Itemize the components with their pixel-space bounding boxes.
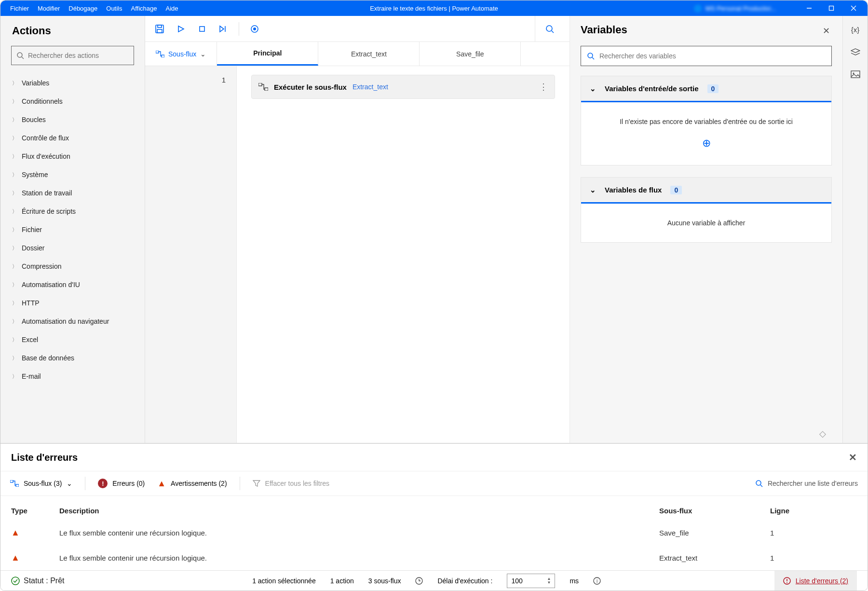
io-variables-header[interactable]: ⌄ Variables d'entrée/de sortie 0 [581,76,831,102]
subflows-dropdown[interactable]: Sous-flux ⌄ [145,42,217,66]
action-category[interactable]: 〉Conditionnels [9,92,140,110]
account-menu[interactable]: 🌐 MS Personal Productivi... [694,5,776,12]
images-rail-button[interactable] [851,70,860,78]
col-subflow[interactable]: Sous-flux [659,507,770,515]
action-category[interactable]: 〉Écriture de scripts [9,202,140,220]
error-circle-icon [783,577,791,585]
error-row[interactable]: ▲Le flux semble contenir une récursion l… [11,520,857,545]
svg-line-22 [592,57,594,59]
chevron-right-icon: 〉 [12,226,17,234]
errors-close-button[interactable]: ✕ [849,452,857,463]
col-line[interactable]: Ligne [770,507,857,515]
tab-principal[interactable]: Principal [217,42,318,66]
filter-errors[interactable]: ! Erreurs (0) [98,479,145,488]
variables-heading: Variables [581,24,832,36]
delay-down[interactable]: ▼ [547,581,551,585]
filter-icon [253,480,260,487]
status-errors-link[interactable]: Liste d'erreurs (2) [774,571,857,591]
svg-point-14 [253,27,256,30]
svg-point-27 [756,481,761,485]
chevron-right-icon: 〉 [12,300,17,307]
col-description[interactable]: Description [59,507,659,515]
action-category[interactable]: 〉Compression [9,257,140,275]
action-category[interactable]: 〉Dossier [9,239,140,257]
clear-filters[interactable]: Effacer tous les filtres [253,480,330,487]
filter-warnings[interactable]: ▲ Avertissements (2) [157,479,227,489]
search-icon [587,52,595,60]
flow-variables-header[interactable]: ⌄ Variables de flux 0 [581,178,831,204]
action-category[interactable]: 〉Flux d'exécution [9,147,140,165]
subflows-label: Sous-flux [168,50,196,58]
minimize-button[interactable] [806,5,813,12]
step-button[interactable] [215,20,232,38]
delay-input[interactable]: 100 ▲▼ [507,574,555,588]
steps-area[interactable]: Exécuter le sous-flux Extract_text ⋮ [237,66,570,443]
step-subflow-link[interactable]: Extract_text [353,83,388,91]
menu-edit[interactable]: Modifier [38,5,60,12]
action-category[interactable]: 〉Fichier [9,220,140,239]
clear-filters-label: Effacer tous les filtres [265,480,330,487]
error-subflow: Extract_text [659,554,770,562]
step-menu-button[interactable]: ⋮ [539,82,548,92]
layers-rail-button[interactable] [851,48,860,56]
save-button[interactable] [151,20,168,38]
action-category[interactable]: 〉Excel [9,330,140,349]
chevron-right-icon: 〉 [12,245,17,252]
menu-file[interactable]: Fichier [10,5,29,12]
variables-search-input[interactable] [599,52,826,60]
action-category[interactable]: 〉Boucles [9,110,140,129]
actions-search-input[interactable] [28,52,129,59]
svg-rect-23 [851,71,860,78]
svg-marker-11 [220,26,224,32]
record-button[interactable] [246,20,263,38]
maximize-button[interactable] [828,5,835,12]
variables-panel: Variables ✕ ⌄ Variables d'entrée/de sort… [570,16,842,443]
variables-rail-button[interactable]: {x} [851,26,860,34]
filter-subflows[interactable]: Sous-flux (3) ⌄ [10,480,72,487]
svg-line-5 [22,57,24,59]
stop-button[interactable] [193,20,211,38]
action-category[interactable]: 〉Automatisation du navigateur [9,312,140,330]
chevron-down-icon: ⌄ [200,50,206,58]
menu-help[interactable]: Aide [165,5,178,12]
action-category-label: Système [22,171,48,179]
action-category[interactable]: 〉Station de travail [9,184,140,202]
col-type[interactable]: Type [11,507,59,515]
flow-variables-group: ⌄ Variables de flux 0 Aucune variable à … [581,177,832,243]
errors-search[interactable]: Rechercher une liste d'erreurs [755,480,858,487]
svg-point-4 [17,53,22,57]
action-category[interactable]: 〉Automatisation d'IU [9,275,140,294]
close-button[interactable] [850,5,857,12]
action-category[interactable]: 〉Système [9,165,140,184]
error-subflow: Save_file [659,529,770,537]
error-description: Le flux semble contenir une récursion lo… [59,554,659,562]
action-category[interactable]: 〉Variables [9,74,140,92]
action-category[interactable]: 〉E-mail [9,367,140,385]
action-category[interactable]: 〉Contrôle de flux [9,129,140,147]
action-category[interactable]: 〉HTTP [9,294,140,312]
status-ready-label: Statut : Prêt [24,577,64,585]
io-variables-group: ⌄ Variables d'entrée/de sortie 0 Il n'ex… [581,76,832,165]
status-actions: 1 action [330,577,354,585]
add-io-variable-button[interactable]: ⊕ [702,137,711,150]
tab-extract_text[interactable]: Extract_text [318,42,420,66]
menu-tools[interactable]: Outils [106,5,122,12]
action-category-label: Compression [22,262,61,270]
info-icon[interactable]: i [593,577,601,585]
chevron-right-icon: 〉 [12,373,17,380]
run-button[interactable] [172,20,190,38]
step-run-subflow[interactable]: Exécuter le sous-flux Extract_text ⋮ [251,75,555,99]
error-row[interactable]: ▲Le flux semble contenir une récursion l… [11,545,857,570]
menu-view[interactable]: Affichage [131,5,157,12]
actions-search[interactable] [11,46,134,65]
tab-save_file[interactable]: Save_file [420,42,521,66]
menu-debug[interactable]: Débogage [68,5,97,12]
action-category[interactable]: 〉Base de données [9,349,140,367]
designer-search-button[interactable] [535,16,564,41]
eraser-icon[interactable]: ◇ [819,428,826,439]
subflow-icon [258,83,268,91]
variables-search[interactable] [581,46,832,66]
variables-close-button[interactable]: ✕ [823,26,830,36]
subflow-icon [156,51,164,57]
action-category-label: Base de données [22,354,74,362]
